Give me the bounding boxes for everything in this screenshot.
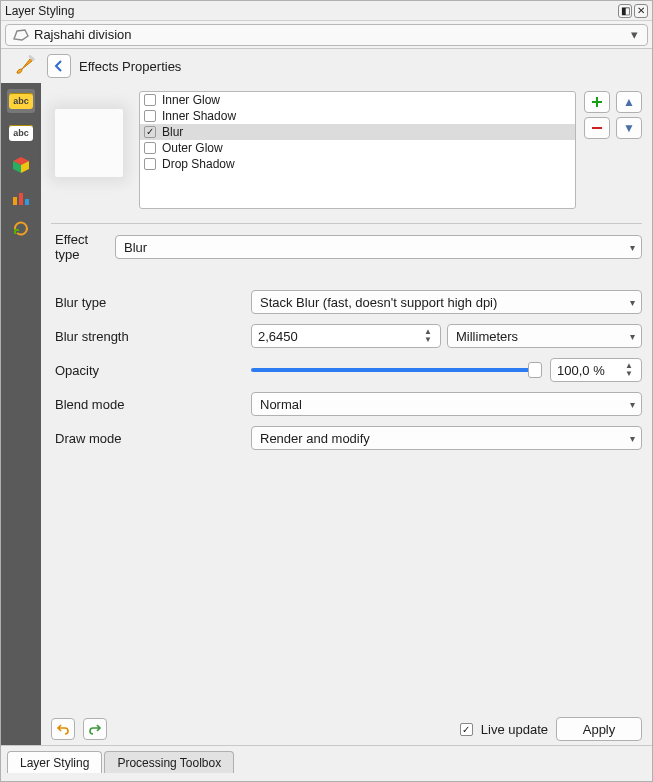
effect-label: Inner Shadow (162, 109, 236, 123)
content-footer: ✓ Live update Apply (51, 711, 642, 741)
svg-rect-5 (13, 197, 17, 205)
chevron-down-icon: ▾ (630, 331, 635, 342)
effect-row[interactable]: Inner Shadow (140, 108, 575, 124)
remove-effect-button[interactable] (584, 117, 610, 139)
blend-mode-value: Normal (260, 397, 302, 412)
header-row: Effects Properties (1, 49, 652, 83)
effect-checkbox[interactable] (144, 142, 156, 154)
dock-tab-label: Processing Toolbox (117, 756, 221, 770)
tab-history[interactable] (7, 217, 35, 241)
blur-type-combo[interactable]: Stack Blur (fast, doesn't support high d… (251, 290, 642, 314)
svg-marker-0 (14, 30, 28, 40)
effect-label: Inner Glow (162, 93, 220, 107)
blur-strength-unit: Millimeters (456, 329, 518, 344)
effect-type-row: Effect type Blur ▾ (51, 232, 642, 262)
apply-button-label: Apply (583, 722, 616, 737)
tab-diagram[interactable] (7, 185, 35, 209)
blend-mode-row: Blend mode Normal ▾ (51, 392, 642, 416)
draw-mode-value: Render and modify (260, 431, 370, 446)
effect-label: Blur (162, 125, 183, 139)
effect-checkbox[interactable] (144, 158, 156, 170)
refresh-icon (12, 220, 30, 238)
dock-tab-label: Layer Styling (20, 756, 89, 770)
histogram-icon (11, 187, 31, 207)
layer-combo[interactable]: Rajshahi division ▾ (5, 24, 648, 46)
effect-label: Outer Glow (162, 141, 223, 155)
abc-yellow-icon: abc (9, 93, 33, 109)
back-button[interactable] (47, 54, 71, 78)
svg-rect-6 (19, 193, 23, 205)
effect-form: Effect type Blur ▾ Blur type Stack Blur … (51, 232, 642, 450)
blur-type-label: Blur type (51, 295, 251, 310)
layer-selector-row: Rajshahi division ▾ (1, 21, 652, 49)
live-update-label: Live update (481, 722, 548, 737)
close-icon[interactable]: ✕ (634, 4, 648, 18)
effect-checkbox[interactable] (144, 110, 156, 122)
draw-mode-combo[interactable]: Render and modify ▾ (251, 426, 642, 450)
brush-icon (13, 53, 39, 79)
spinner-arrows-icon[interactable]: ▲▼ (422, 328, 434, 344)
undo-button[interactable] (51, 718, 75, 740)
content-pane: Inner Glow Inner Shadow ✓ Blur Outer Glo… (41, 83, 652, 745)
plus-icon (590, 95, 604, 109)
triangle-up-icon: ▲ (623, 95, 635, 109)
blur-strength-row: Blur strength 2,6450 ▲▼ Millimeters ▾ (51, 324, 642, 348)
spinner-arrows-icon[interactable]: ▲▼ (623, 362, 635, 378)
layer-combo-text: Rajshahi division (34, 27, 132, 42)
blend-mode-label: Blend mode (51, 397, 251, 412)
effect-checkbox[interactable] (144, 94, 156, 106)
effects-top-row: Inner Glow Inner Shadow ✓ Blur Outer Glo… (51, 91, 642, 209)
blur-strength-unit-combo[interactable]: Millimeters ▾ (447, 324, 642, 348)
tab-labels-white[interactable]: abc (7, 121, 35, 145)
polygon-layer-icon (12, 28, 30, 42)
blur-type-value: Stack Blur (fast, doesn't support high d… (260, 295, 497, 310)
undock-icon[interactable]: ◧ (618, 4, 632, 18)
redo-button[interactable] (83, 718, 107, 740)
abc-white-icon: abc (9, 125, 33, 141)
live-update-checkbox[interactable]: ✓ (460, 723, 473, 736)
move-up-button[interactable]: ▲ (616, 91, 642, 113)
triangle-down-icon: ▼ (623, 121, 635, 135)
effect-type-value: Blur (124, 240, 147, 255)
blur-strength-label: Blur strength (51, 329, 251, 344)
tab-labels-yellow[interactable]: abc (7, 89, 35, 113)
blend-mode-combo[interactable]: Normal ▾ (251, 392, 642, 416)
undo-icon (56, 722, 70, 736)
effect-row[interactable]: Inner Glow (140, 92, 575, 108)
chevron-down-icon: ▾ (627, 27, 641, 42)
effect-row[interactable]: ✓ Blur (140, 124, 575, 140)
chevron-down-icon: ▾ (630, 433, 635, 444)
draw-mode-label: Draw mode (51, 431, 251, 446)
effect-label: Drop Shadow (162, 157, 235, 171)
effect-row[interactable]: Drop Shadow (140, 156, 575, 172)
effect-type-combo[interactable]: Blur ▾ (115, 235, 642, 259)
cube-icon (11, 155, 31, 175)
blur-strength-spinbox[interactable]: 2,6450 ▲▼ (251, 324, 441, 348)
left-tab-strip: abc abc (1, 83, 41, 745)
slider-thumb[interactable] (528, 362, 542, 378)
tab-3d[interactable] (7, 153, 35, 177)
panel-title: Layer Styling (5, 4, 74, 18)
svg-rect-7 (25, 199, 29, 205)
dock-tab-processing-toolbox[interactable]: Processing Toolbox (104, 751, 234, 773)
opacity-label: Opacity (51, 363, 251, 378)
apply-button[interactable]: Apply (556, 717, 642, 741)
chevron-down-icon: ▾ (630, 399, 635, 410)
page-title: Effects Properties (79, 59, 181, 74)
opacity-row: Opacity 100,0 % ▲▼ (51, 358, 642, 382)
move-down-button[interactable]: ▼ (616, 117, 642, 139)
draw-mode-row: Draw mode Render and modify ▾ (51, 426, 642, 450)
separator (51, 223, 642, 224)
opacity-spinbox[interactable]: 100,0 % ▲▼ (550, 358, 642, 382)
effect-checkbox[interactable]: ✓ (144, 126, 156, 138)
effects-side-buttons: ▲ ▼ (584, 91, 642, 209)
blur-strength-value: 2,6450 (258, 329, 422, 344)
effects-list[interactable]: Inner Glow Inner Shadow ✓ Blur Outer Glo… (139, 91, 576, 209)
opacity-slider[interactable] (251, 358, 542, 382)
dock-tab-layer-styling[interactable]: Layer Styling (7, 751, 102, 773)
effect-type-label: Effect type (51, 232, 115, 262)
effect-row[interactable]: Outer Glow (140, 140, 575, 156)
add-effect-button[interactable] (584, 91, 610, 113)
dock-tabs: Layer Styling Processing Toolbox (1, 745, 652, 773)
opacity-value: 100,0 % (557, 363, 623, 378)
